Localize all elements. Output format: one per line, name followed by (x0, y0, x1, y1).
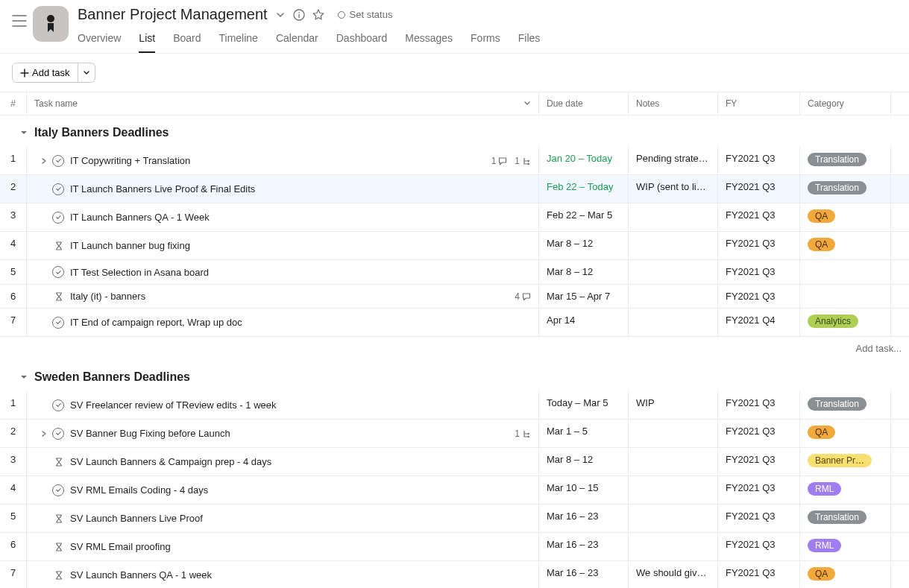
category-pill[interactable]: QA (808, 209, 835, 223)
complete-checkbox[interactable] (52, 428, 64, 440)
complete-checkbox[interactable] (52, 317, 64, 329)
set-status-button[interactable]: Set status (332, 7, 399, 22)
fy-cell[interactable]: FY2021 Q3 (718, 420, 800, 447)
category-pill[interactable]: QA (808, 426, 835, 439)
notes-cell[interactable] (629, 533, 718, 560)
fy-cell[interactable]: FY2021 Q4 (718, 309, 800, 336)
fy-cell[interactable]: FY2021 Q3 (718, 561, 800, 588)
expand-caret-icon[interactable] (40, 157, 48, 165)
due-date[interactable]: Mar 8 – 12 (539, 448, 629, 475)
due-date[interactable]: Mar 16 – 23 (539, 505, 629, 532)
add-task-inline[interactable]: Add task... (856, 343, 902, 354)
category-pill[interactable]: Translation (808, 397, 866, 411)
category-pill[interactable]: Translation (808, 181, 866, 195)
due-date[interactable]: Feb 22 – Mar 5 (539, 203, 629, 231)
task-name[interactable]: IT Launch Banners Live Proof & Final Edi… (70, 183, 525, 195)
task-name[interactable]: Italy (it) - banners (70, 291, 509, 302)
task-row[interactable]: 2SV Banner Bug Fixing before Launch1 Mar… (0, 420, 909, 448)
due-date[interactable]: Mar 8 – 12 (539, 260, 629, 284)
task-name[interactable]: SV Freelancer review of TReview edits - … (70, 399, 525, 411)
task-row[interactable]: 3IT Launch Banners QA - 1 WeekFeb 22 – M… (0, 203, 909, 232)
task-name[interactable]: SV Launch Banners QA - 1 week (70, 569, 525, 581)
fy-cell[interactable]: FY2021 Q3 (718, 533, 800, 560)
fy-cell[interactable]: FY2021 Q3 (718, 203, 800, 231)
col-header-category[interactable]: Category (800, 92, 891, 115)
comments-count[interactable]: 1 (491, 156, 508, 166)
task-name[interactable]: SV Launch Banners Live Proof (70, 513, 525, 524)
category-cell[interactable]: Banner Pr… (800, 448, 891, 475)
complete-checkbox[interactable] (52, 399, 64, 411)
fy-cell[interactable]: FY2021 Q3 (718, 285, 800, 308)
category-cell[interactable]: Translation (800, 147, 891, 174)
due-date[interactable]: Today – Mar 5 (539, 391, 629, 419)
category-cell[interactable]: QA (800, 203, 891, 231)
notes-cell[interactable]: WIP (629, 391, 718, 419)
task-name[interactable]: IT Launch banner bug fixing (70, 240, 525, 251)
category-pill[interactable]: RML (808, 539, 841, 552)
task-row[interactable]: 1IT Copywriting + Translation1 1 Jan 20 … (0, 147, 909, 175)
notes-cell[interactable] (629, 285, 718, 308)
complete-checkbox[interactable] (52, 183, 64, 195)
due-date[interactable]: Mar 16 – 23 (539, 533, 629, 560)
fy-cell[interactable]: FY2021 Q3 (718, 391, 800, 419)
category-pill[interactable]: QA (808, 567, 835, 581)
fy-cell[interactable]: FY2021 Q3 (718, 147, 800, 174)
task-name[interactable]: IT Launch Banners QA - 1 Week (70, 212, 525, 223)
notes-cell[interactable] (629, 260, 718, 284)
col-header-due[interactable]: Due date (539, 92, 629, 115)
fy-cell[interactable]: FY2021 Q3 (718, 260, 800, 284)
tab-dashboard[interactable]: Dashboard (336, 28, 388, 53)
notes-cell[interactable] (629, 505, 718, 532)
star-icon[interactable] (312, 9, 324, 21)
info-icon[interactable] (293, 9, 305, 21)
complete-checkbox[interactable] (52, 212, 64, 224)
category-cell[interactable]: QA (800, 232, 891, 259)
category-cell[interactable]: RML (800, 533, 891, 560)
chevron-down-icon[interactable] (275, 10, 286, 20)
task-row[interactable]: 1SV Freelancer review of TReview edits -… (0, 391, 909, 420)
notes-cell[interactable] (629, 420, 718, 447)
task-row[interactable]: 7SV Launch Banners QA - 1 weekMar 16 – 2… (0, 561, 909, 588)
complete-checkbox[interactable] (52, 266, 64, 278)
task-row[interactable]: 4IT Launch banner bug fixingMar 8 – 12FY… (0, 232, 909, 260)
complete-checkbox[interactable] (52, 155, 64, 167)
tab-messages[interactable]: Messages (405, 28, 453, 53)
task-row[interactable]: 5SV Launch Banners Live ProofMar 16 – 23… (0, 505, 909, 533)
fy-cell[interactable]: FY2021 Q3 (718, 175, 800, 203)
category-cell[interactable]: Analytics (800, 309, 891, 336)
task-row[interactable]: 7IT End of campaign report, Wrap up docA… (0, 309, 909, 337)
fy-cell[interactable]: FY2021 Q3 (718, 505, 800, 532)
section-title[interactable]: Italy Banners Deadlines (34, 126, 169, 139)
due-date[interactable]: Mar 8 – 12 (539, 232, 629, 259)
category-cell[interactable]: Translation (800, 505, 891, 532)
subtasks-count[interactable]: 1 (515, 429, 531, 439)
category-pill[interactable]: QA (808, 238, 835, 251)
section-toggle[interactable] (19, 373, 28, 382)
due-date[interactable]: Apr 14 (539, 309, 629, 336)
notes-cell[interactable]: WIP (sent to lingu… (629, 175, 718, 203)
notes-cell[interactable]: We should give J… (629, 561, 718, 588)
task-name[interactable]: SV Launch Banners & Campaign prep - 4 da… (70, 456, 525, 467)
col-header-notes[interactable]: Notes (629, 92, 718, 115)
tab-files[interactable]: Files (518, 28, 541, 53)
category-cell[interactable]: Translation (800, 175, 891, 203)
category-cell[interactable]: Translation (800, 391, 891, 419)
section-title[interactable]: Sweden Banners Deadlines (34, 370, 190, 384)
tab-overview[interactable]: Overview (78, 28, 121, 53)
task-name[interactable]: IT End of campaign report, Wrap up doc (70, 317, 525, 328)
tab-forms[interactable]: Forms (471, 28, 500, 53)
notes-cell[interactable] (629, 309, 718, 336)
section-toggle[interactable] (19, 128, 28, 137)
fy-cell[interactable]: FY2021 Q3 (718, 232, 800, 259)
subtasks-count[interactable]: 1 (515, 156, 531, 166)
fy-cell[interactable]: FY2021 Q3 (718, 476, 800, 504)
category-cell[interactable] (800, 285, 891, 308)
task-name[interactable]: IT Copywriting + Translation (70, 155, 485, 166)
task-name[interactable]: SV RML Emails Coding - 4 days (70, 484, 525, 496)
comments-count[interactable]: 4 (515, 291, 531, 302)
hamburger-menu-icon[interactable] (6, 6, 33, 38)
tab-board[interactable]: Board (173, 28, 201, 53)
due-date[interactable]: Mar 1 – 5 (539, 420, 629, 447)
category-pill[interactable]: Translation (808, 153, 866, 166)
task-row[interactable]: 6Italy (it) - banners4 Mar 15 – Apr 7FY2… (0, 285, 909, 309)
